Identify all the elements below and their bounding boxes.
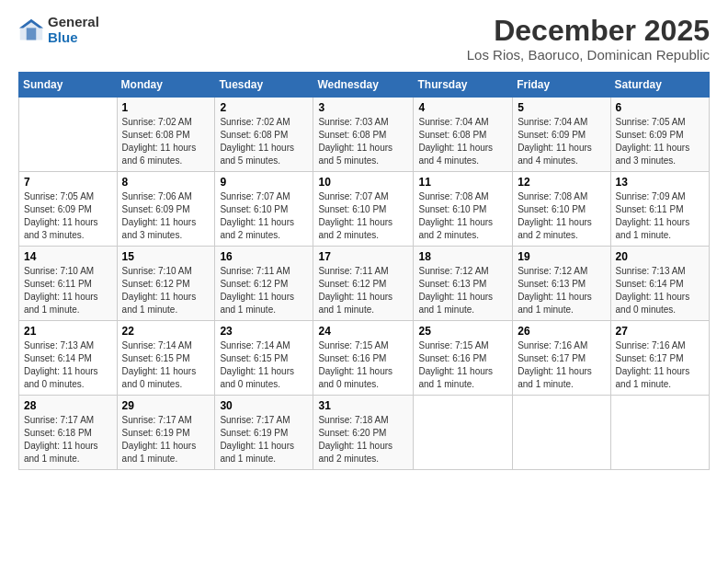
day-number: 9 bbox=[220, 176, 308, 189]
day-info: Sunrise: 7:15 AM Sunset: 6:16 PM Dayligh… bbox=[318, 339, 408, 391]
day-number: 20 bbox=[616, 250, 704, 263]
day-info: Sunrise: 7:11 AM Sunset: 6:12 PM Dayligh… bbox=[220, 265, 308, 316]
day-number: 23 bbox=[220, 325, 308, 338]
day-info: Sunrise: 7:02 AM Sunset: 6:08 PM Dayligh… bbox=[220, 116, 308, 167]
calendar-title: December 2025 bbox=[467, 15, 710, 47]
header-cell-tuesday: Tuesday bbox=[215, 73, 313, 98]
day-cell: 20Sunrise: 7:13 AM Sunset: 6:14 PM Dayli… bbox=[610, 247, 709, 321]
day-cell bbox=[513, 396, 610, 470]
day-info: Sunrise: 7:17 AM Sunset: 6:18 PM Dayligh… bbox=[24, 414, 112, 465]
title-block: December 2025 Los Rios, Baoruco, Dominic… bbox=[467, 15, 710, 63]
day-info: Sunrise: 7:13 AM Sunset: 6:14 PM Dayligh… bbox=[24, 339, 112, 391]
logo-general: General bbox=[48, 15, 99, 30]
day-info: Sunrise: 7:17 AM Sunset: 6:19 PM Dayligh… bbox=[220, 414, 308, 465]
day-cell: 5Sunrise: 7:04 AM Sunset: 6:09 PM Daylig… bbox=[513, 98, 610, 172]
day-cell: 13Sunrise: 7:09 AM Sunset: 6:11 PM Dayli… bbox=[610, 172, 709, 247]
day-number: 25 bbox=[418, 325, 507, 338]
day-number: 16 bbox=[220, 250, 308, 263]
header-cell-saturday: Saturday bbox=[610, 73, 709, 98]
day-info: Sunrise: 7:02 AM Sunset: 6:08 PM Dayligh… bbox=[122, 116, 210, 167]
day-cell: 9Sunrise: 7:07 AM Sunset: 6:10 PM Daylig… bbox=[215, 172, 313, 247]
day-info: Sunrise: 7:06 AM Sunset: 6:09 PM Dayligh… bbox=[122, 190, 210, 242]
logo: General Blue bbox=[18, 15, 99, 45]
day-cell: 24Sunrise: 7:15 AM Sunset: 6:16 PM Dayli… bbox=[313, 321, 414, 396]
calendar-table: SundayMondayTuesdayWednesdayThursdayFrid… bbox=[18, 72, 710, 470]
day-info: Sunrise: 7:05 AM Sunset: 6:09 PM Dayligh… bbox=[616, 116, 704, 167]
day-number: 31 bbox=[318, 399, 408, 412]
day-info: Sunrise: 7:07 AM Sunset: 6:10 PM Dayligh… bbox=[220, 190, 308, 242]
day-number: 21 bbox=[24, 325, 112, 338]
day-info: Sunrise: 7:16 AM Sunset: 6:17 PM Dayligh… bbox=[616, 339, 704, 391]
day-info: Sunrise: 7:04 AM Sunset: 6:08 PM Dayligh… bbox=[418, 116, 507, 167]
day-number: 24 bbox=[318, 325, 408, 338]
day-cell: 30Sunrise: 7:17 AM Sunset: 6:19 PM Dayli… bbox=[215, 396, 313, 470]
day-cell: 28Sunrise: 7:17 AM Sunset: 6:18 PM Dayli… bbox=[19, 396, 118, 470]
page-header: General Blue December 2025 Los Rios, Bao… bbox=[18, 15, 710, 63]
day-cell: 1Sunrise: 7:02 AM Sunset: 6:08 PM Daylig… bbox=[117, 98, 215, 172]
day-info: Sunrise: 7:05 AM Sunset: 6:09 PM Dayligh… bbox=[24, 190, 112, 242]
day-cell: 7Sunrise: 7:05 AM Sunset: 6:09 PM Daylig… bbox=[19, 172, 118, 247]
header-cell-sunday: Sunday bbox=[19, 73, 118, 98]
day-info: Sunrise: 7:11 AM Sunset: 6:12 PM Dayligh… bbox=[318, 265, 408, 316]
day-cell: 14Sunrise: 7:10 AM Sunset: 6:11 PM Dayli… bbox=[19, 247, 118, 321]
calendar-subtitle: Los Rios, Baoruco, Dominican Republic bbox=[467, 47, 710, 63]
day-info: Sunrise: 7:12 AM Sunset: 6:13 PM Dayligh… bbox=[518, 265, 605, 316]
day-info: Sunrise: 7:14 AM Sunset: 6:15 PM Dayligh… bbox=[122, 339, 210, 391]
day-number: 12 bbox=[518, 176, 605, 189]
svg-rect-3 bbox=[27, 28, 37, 40]
day-cell: 22Sunrise: 7:14 AM Sunset: 6:15 PM Dayli… bbox=[117, 321, 215, 396]
day-info: Sunrise: 7:10 AM Sunset: 6:12 PM Dayligh… bbox=[122, 265, 210, 316]
day-cell: 31Sunrise: 7:18 AM Sunset: 6:20 PM Dayli… bbox=[313, 396, 414, 470]
week-row-2: 7Sunrise: 7:05 AM Sunset: 6:09 PM Daylig… bbox=[19, 172, 710, 247]
day-info: Sunrise: 7:10 AM Sunset: 6:11 PM Dayligh… bbox=[24, 265, 112, 316]
day-info: Sunrise: 7:08 AM Sunset: 6:10 PM Dayligh… bbox=[418, 190, 507, 242]
week-row-1: 1Sunrise: 7:02 AM Sunset: 6:08 PM Daylig… bbox=[19, 98, 710, 172]
day-number: 19 bbox=[518, 250, 605, 263]
day-number: 6 bbox=[616, 101, 704, 114]
week-row-5: 28Sunrise: 7:17 AM Sunset: 6:18 PM Dayli… bbox=[19, 396, 710, 470]
week-row-3: 14Sunrise: 7:10 AM Sunset: 6:11 PM Dayli… bbox=[19, 247, 710, 321]
day-number: 29 bbox=[122, 399, 210, 412]
day-cell: 26Sunrise: 7:16 AM Sunset: 6:17 PM Dayli… bbox=[513, 321, 610, 396]
day-cell: 11Sunrise: 7:08 AM Sunset: 6:10 PM Dayli… bbox=[414, 172, 513, 247]
day-info: Sunrise: 7:09 AM Sunset: 6:11 PM Dayligh… bbox=[616, 190, 704, 242]
day-cell: 21Sunrise: 7:13 AM Sunset: 6:14 PM Dayli… bbox=[19, 321, 118, 396]
day-cell: 18Sunrise: 7:12 AM Sunset: 6:13 PM Dayli… bbox=[414, 247, 513, 321]
header-cell-friday: Friday bbox=[513, 73, 610, 98]
day-number: 30 bbox=[220, 399, 308, 412]
day-number: 15 bbox=[122, 250, 210, 263]
logo-icon bbox=[18, 17, 44, 43]
day-cell bbox=[610, 396, 709, 470]
day-number: 28 bbox=[24, 399, 112, 412]
day-number: 18 bbox=[418, 250, 507, 263]
day-number: 8 bbox=[122, 176, 210, 189]
day-cell: 16Sunrise: 7:11 AM Sunset: 6:12 PM Dayli… bbox=[215, 247, 313, 321]
day-number: 5 bbox=[518, 101, 605, 114]
day-cell: 8Sunrise: 7:06 AM Sunset: 6:09 PM Daylig… bbox=[117, 172, 215, 247]
day-number: 1 bbox=[122, 101, 210, 114]
day-info: Sunrise: 7:14 AM Sunset: 6:15 PM Dayligh… bbox=[220, 339, 308, 391]
day-cell bbox=[414, 396, 513, 470]
day-cell: 4Sunrise: 7:04 AM Sunset: 6:08 PM Daylig… bbox=[414, 98, 513, 172]
day-cell: 29Sunrise: 7:17 AM Sunset: 6:19 PM Dayli… bbox=[117, 396, 215, 470]
day-number: 14 bbox=[24, 250, 112, 263]
day-info: Sunrise: 7:03 AM Sunset: 6:08 PM Dayligh… bbox=[318, 116, 408, 167]
day-info: Sunrise: 7:15 AM Sunset: 6:16 PM Dayligh… bbox=[418, 339, 507, 391]
logo-text: General Blue bbox=[48, 15, 99, 45]
day-cell: 17Sunrise: 7:11 AM Sunset: 6:12 PM Dayli… bbox=[313, 247, 414, 321]
header-cell-thursday: Thursday bbox=[414, 73, 513, 98]
day-info: Sunrise: 7:07 AM Sunset: 6:10 PM Dayligh… bbox=[318, 190, 408, 242]
logo-blue: Blue bbox=[48, 30, 99, 46]
day-cell: 25Sunrise: 7:15 AM Sunset: 6:16 PM Dayli… bbox=[414, 321, 513, 396]
day-info: Sunrise: 7:04 AM Sunset: 6:09 PM Dayligh… bbox=[518, 116, 605, 167]
day-info: Sunrise: 7:12 AM Sunset: 6:13 PM Dayligh… bbox=[418, 265, 507, 316]
week-row-4: 21Sunrise: 7:13 AM Sunset: 6:14 PM Dayli… bbox=[19, 321, 710, 396]
day-number: 7 bbox=[24, 176, 112, 189]
day-number: 3 bbox=[318, 101, 408, 114]
day-number: 2 bbox=[220, 101, 308, 114]
day-number: 17 bbox=[318, 250, 408, 263]
header-cell-monday: Monday bbox=[117, 73, 215, 98]
day-info: Sunrise: 7:16 AM Sunset: 6:17 PM Dayligh… bbox=[518, 339, 605, 391]
header-row: SundayMondayTuesdayWednesdayThursdayFrid… bbox=[19, 73, 710, 98]
day-number: 11 bbox=[418, 176, 507, 189]
